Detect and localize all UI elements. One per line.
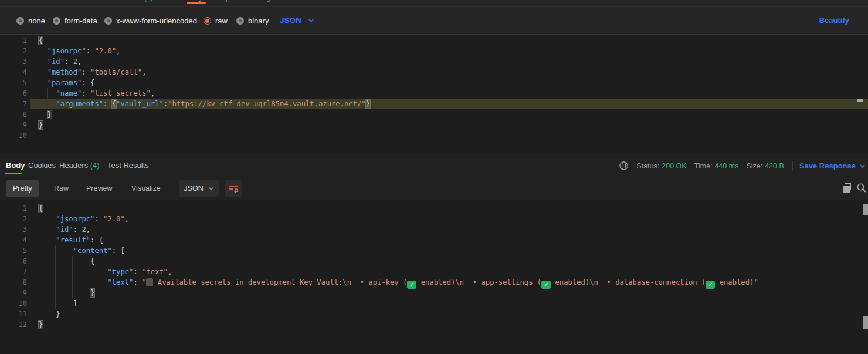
wrap-lines-icon: [228, 184, 239, 193]
active-tab-underline: [187, 2, 206, 4]
response-editor-ruler: [863, 200, 863, 354]
code-line-content: "id": 2,: [39, 56, 82, 67]
request-editor-scroll-marker[interactable]: [857, 99, 863, 102]
status-label: Status:: [636, 162, 659, 170]
tab-settings[interactable]: Settings: [249, 0, 274, 1]
code-line-content: "content": [: [39, 245, 125, 256]
code-line-content: {: [39, 256, 94, 267]
radio-raw[interactable]: raw: [204, 16, 228, 25]
line-number: 4: [0, 235, 27, 245]
response-header: Body Cookies Headers (4) Test Results St…: [0, 154, 868, 177]
line-number: 8: [0, 109, 27, 120]
line-number: 1: [0, 203, 27, 214]
copy-response-button[interactable]: [843, 183, 855, 194]
status-value[interactable]: 200 OK: [662, 162, 686, 170]
radio-none[interactable]: none: [16, 16, 45, 25]
tab-headers[interactable]: Headers: [116, 0, 143, 1]
chevron-down-icon: [859, 164, 866, 168]
line-number: 9: [0, 288, 27, 298]
radio-none-dot[interactable]: [16, 17, 24, 25]
request-body-editor[interactable]: 1{2 "jsonrpc": "2.0",3 "id": 2,4 "method…: [0, 34, 868, 154]
radio-x-www-dot[interactable]: [104, 17, 112, 25]
code-line-content: {: [39, 35, 43, 46]
radio-binary[interactable]: binary: [236, 16, 269, 25]
wrap-lines-button[interactable]: [225, 180, 242, 197]
code-line-content: "jsonrpc": "2.0",: [39, 214, 129, 224]
line-number: 3: [0, 56, 27, 67]
check-emoji: ✓: [706, 281, 715, 289]
line-number: 5: [0, 245, 27, 256]
response-language-label: JSON: [184, 184, 203, 193]
code-line-content: "text": "🗝 Available secrets in developm…: [39, 277, 758, 289]
language-dropdown[interactable]: JSON: [280, 16, 314, 25]
code-line-content: "arguments": {"vault_url":"https://kv-ct…: [39, 99, 370, 109]
chevron-down-icon: [308, 18, 314, 23]
key-emoji: 🗝: [146, 278, 153, 286]
beautify-button[interactable]: Beautify: [819, 16, 849, 25]
view-tab-raw[interactable]: Raw: [47, 180, 76, 197]
code-line-content: }: [39, 120, 43, 130]
tab-authorization[interactable]: Authorization: [69, 0, 110, 1]
code-line-content: {: [39, 203, 43, 214]
code-line: 3 "id": 2,: [0, 56, 868, 67]
code-line: 1{: [0, 35, 868, 46]
tab-params[interactable]: Params: [28, 0, 52, 1]
response-body-editor[interactable]: 1{2 "jsonrpc": "2.0",3 "id": 2,4 "result…: [0, 200, 868, 354]
response-meta: Status:200 OK Time:440 ms Size:420 B Sav…: [619, 154, 866, 177]
line-number: 6: [0, 88, 27, 99]
request-tabs-strip: Params Authorization Headers (9) Body Sc…: [0, 0, 868, 7]
response-tab-body[interactable]: Body: [6, 161, 25, 170]
line-number: 6: [0, 256, 27, 267]
save-response-button[interactable]: Save Response: [799, 161, 866, 170]
response-tab-headers-label: Headers: [59, 161, 88, 170]
code-line: 9}: [0, 120, 868, 130]
line-number: 2: [0, 214, 27, 224]
chevron-down-icon: [208, 187, 214, 191]
code-line-content: }: [39, 319, 43, 330]
response-scrollbar-thumb-2[interactable]: [863, 316, 868, 329]
response-scrollbar-thumb[interactable]: [863, 204, 868, 215]
line-number: 4: [0, 67, 27, 77]
response-tab-headers[interactable]: Headers (4): [59, 161, 100, 170]
response-tab-cookies[interactable]: Cookies: [28, 161, 56, 170]
radio-x-www-form-urlencoded[interactable]: x-www-form-urlencoded: [104, 16, 197, 25]
radio-binary-dot[interactable]: [236, 17, 244, 25]
code-line: 6 "name": "list_secrets",: [0, 88, 868, 99]
response-tab-test-results[interactable]: Test Results: [107, 161, 149, 170]
radio-binary-label: binary: [248, 16, 269, 25]
response-tab-headers-count: (4): [90, 161, 100, 170]
search-response-button[interactable]: [856, 183, 868, 194]
code-line-content: }: [39, 309, 60, 319]
code-line-content: "method": "tools/call",: [39, 67, 146, 77]
tab-scripts[interactable]: Scripts: [213, 0, 235, 1]
code-line: 5 "params": {: [0, 77, 868, 88]
tab-body[interactable]: Body: [187, 0, 202, 1]
response-language-dropdown[interactable]: JSON: [179, 180, 219, 197]
check-emoji: ✓: [407, 281, 416, 289]
code-line: 3 "id": 2,: [0, 224, 868, 235]
tab-headers-count: (9): [144, 0, 153, 1]
code-line: 7 "type": "text",: [0, 267, 868, 277]
code-line: 10: [0, 130, 868, 141]
code-line: 9 }: [0, 288, 868, 298]
code-line: 8 "text": "🗝 Available secrets in develo…: [0, 277, 868, 288]
code-line-content: }: [39, 109, 52, 120]
time-value[interactable]: 440 ms: [714, 162, 738, 170]
code-line: 1{: [0, 203, 868, 214]
view-tab-visualize[interactable]: Visualize: [124, 180, 168, 197]
size-value[interactable]: 420 B: [765, 162, 784, 170]
body-type-bar: none form-data x-www-form-urlencoded raw…: [0, 7, 868, 33]
request-editor-ruler: [857, 34, 857, 154]
radio-x-www-label: x-www-form-urlencoded: [116, 16, 197, 25]
radio-form-data-dot[interactable]: [53, 17, 60, 25]
line-number: 10: [0, 298, 27, 309]
line-number: 10: [0, 130, 27, 141]
view-tab-pretty[interactable]: Pretty: [6, 180, 39, 197]
radio-form-data[interactable]: form-data: [53, 16, 97, 25]
radio-form-data-label: form-data: [65, 16, 97, 25]
radio-raw-dot[interactable]: [204, 17, 211, 25]
line-number: 11: [0, 309, 27, 319]
globe-icon[interactable]: [619, 161, 629, 171]
view-tab-preview[interactable]: Preview: [79, 180, 119, 197]
code-line: 6 {: [0, 256, 868, 267]
